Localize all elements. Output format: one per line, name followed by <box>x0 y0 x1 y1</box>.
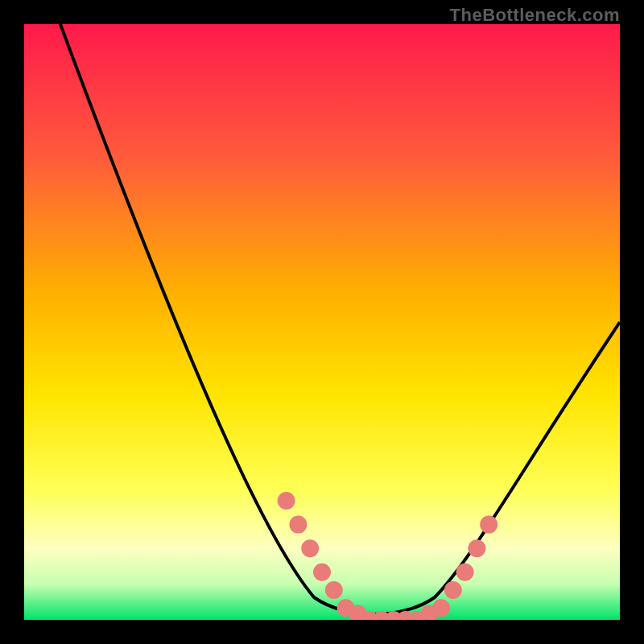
chart-frame <box>24 24 620 620</box>
highlight-dot <box>480 516 497 534</box>
watermark-text: TheBottleneck.com <box>450 5 620 26</box>
highlight-dot <box>432 599 450 617</box>
chart-svg <box>24 24 620 620</box>
highlight-dot <box>289 516 307 534</box>
highlight-dot <box>468 539 485 557</box>
highlight-dot <box>444 581 462 599</box>
highlight-dot <box>325 581 343 599</box>
highlight-dot <box>301 539 319 557</box>
highlight-dot <box>278 492 295 510</box>
highlight-dot <box>456 564 474 581</box>
highlight-dot <box>313 564 331 581</box>
gradient-background <box>24 24 620 620</box>
